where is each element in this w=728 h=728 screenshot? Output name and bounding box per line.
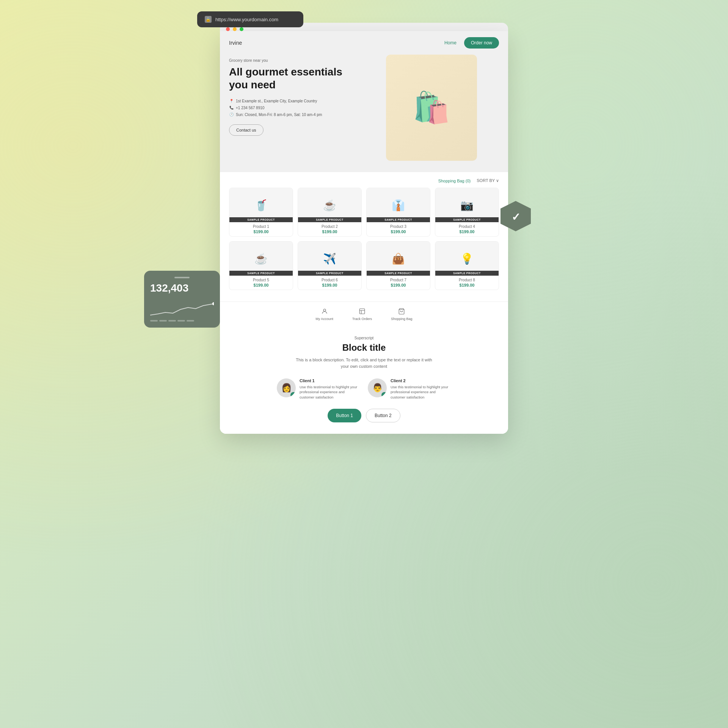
product-emoji: ✈️ — [323, 253, 336, 265]
bottom-nav-label: Track Orders — [352, 317, 372, 321]
stats-number: 132,403 — [150, 282, 214, 294]
product-card[interactable]: ☕ SAMPLE PRODUCT Product 5 $199.00 — [229, 241, 293, 290]
product-price: $199.00 — [301, 229, 358, 234]
product-name: Product 4 — [438, 224, 496, 229]
svg-point-1 — [323, 309, 326, 311]
nav-home-link[interactable]: Home — [444, 40, 457, 46]
quote-icon: " — [381, 392, 387, 397]
order-now-button[interactable]: Order now — [464, 37, 499, 49]
hero-address: 📍 1st Example st., Example City, Example… — [229, 99, 364, 103]
product-image: 👔 SAMPLE PRODUCT — [367, 188, 430, 222]
products-section: Shopping Bag (0) SORT BY ∨ 🥤 SAMPLE PROD… — [220, 172, 508, 301]
product-name: Product 6 — [301, 278, 358, 282]
stats-chart — [150, 298, 214, 317]
product-card[interactable]: 👜 SAMPLE PRODUCT Product 7 $199.00 — [366, 241, 430, 290]
product-info: Product 5 $199.00 — [229, 276, 293, 290]
product-emoji: 💡 — [460, 253, 474, 265]
block-section: Superscript Block title This is a block … — [220, 325, 508, 434]
testimonial-content: Client 1 Use this testimonial to highlig… — [300, 378, 360, 400]
product-card[interactable]: ☕ SAMPLE PRODUCT Product 2 $199.00 — [298, 188, 362, 237]
address-text: 1st Example st., Example City, Example C… — [236, 99, 317, 103]
bottom-nav-label: Shopping Bag — [391, 317, 413, 321]
site-logo: Irvine — [229, 40, 242, 46]
lock-icon: 🔒 — [205, 16, 212, 23]
phone-icon: 📞 — [229, 105, 234, 110]
testimonial-text: Use this testimonial to highlight your p… — [391, 384, 451, 400]
product-image: 🥤 SAMPLE PRODUCT — [229, 188, 293, 222]
button-1[interactable]: Button 1 — [328, 409, 361, 422]
testimonial-name: Client 2 — [391, 378, 451, 383]
products-grid: 🥤 SAMPLE PRODUCT Product 1 $199.00 ☕ SAM… — [229, 188, 499, 290]
product-name: Product 3 — [370, 224, 427, 229]
phone-text: +1 234 567 8910 — [236, 106, 264, 110]
svg-point-0 — [212, 302, 214, 305]
button-2[interactable]: Button 2 — [366, 409, 400, 422]
hero-text: Grocery store near you All gourmet essen… — [229, 55, 364, 161]
block-description: This is a block description. To edit, cl… — [292, 357, 436, 369]
product-sample-label: SAMPLE PRODUCT — [435, 217, 499, 222]
testimonial-card: 👨 " Client 2 Use this testimonial to hig… — [368, 378, 451, 400]
bottom-nav-account[interactable]: My Account — [315, 307, 333, 321]
browser-close-dot[interactable] — [226, 27, 230, 31]
block-title: Block title — [229, 342, 499, 353]
stats-dots — [150, 320, 214, 322]
products-header: Shopping Bag (0) SORT BY ∨ — [229, 178, 499, 183]
product-sample-label: SAMPLE PRODUCT — [229, 217, 293, 222]
hero-body: Grocery store near you All gourmet essen… — [220, 55, 508, 172]
product-info: Product 2 $199.00 — [298, 222, 361, 236]
testimonial-name: Client 1 — [300, 378, 360, 383]
product-card[interactable]: 🥤 SAMPLE PRODUCT Product 1 $199.00 — [229, 188, 293, 237]
product-name: Product 5 — [232, 278, 290, 282]
product-emoji: 📷 — [460, 199, 474, 212]
product-emoji: 👔 — [392, 199, 405, 212]
product-emoji: 🥤 — [254, 199, 268, 212]
testimonial-avatar: 👨 " — [368, 378, 387, 397]
product-price: $199.00 — [438, 283, 496, 287]
product-sample-label: SAMPLE PRODUCT — [298, 271, 361, 276]
product-sample-label: SAMPLE PRODUCT — [229, 271, 293, 276]
stats-card: 132,403 — [144, 271, 220, 328]
product-image: ☕ SAMPLE PRODUCT — [298, 188, 361, 222]
shopping-bag-link[interactable]: Shopping Bag (0) — [438, 179, 471, 183]
sort-label[interactable]: SORT BY ∨ — [477, 178, 499, 183]
product-info: Product 1 $199.00 — [229, 222, 293, 236]
bottom-nav-label: My Account — [315, 317, 333, 321]
account-icon — [320, 307, 329, 315]
browser-minimize-dot[interactable] — [233, 27, 237, 31]
bottom-nav: My Account Track Orders Shopping Bag — [220, 301, 508, 325]
browser-content: Irvine Home Order now Grocery store near… — [220, 31, 508, 434]
product-card[interactable]: 📷 SAMPLE PRODUCT Product 4 $199.00 — [435, 188, 499, 237]
product-card[interactable]: 💡 SAMPLE PRODUCT Product 8 $199.00 — [435, 241, 499, 290]
testimonial-text: Use this testimonial to highlight your p… — [300, 384, 360, 400]
hero-hours: 🕐 Sun: Closed, Mon-Fri: 8 am-6 pm, Sat: … — [229, 112, 364, 117]
block-buttons: Button 1 Button 2 — [229, 409, 499, 422]
hero-image — [364, 55, 499, 161]
product-price: $199.00 — [370, 283, 427, 287]
url-bar[interactable]: 🔒 https://www.yourdomain.com — [197, 11, 303, 27]
hero-nav: Irvine Home Order now — [220, 31, 508, 55]
hero-superscript: Grocery store near you — [229, 58, 364, 63]
testimonials: 👩 " Client 1 Use this testimonial to hig… — [229, 378, 499, 400]
contact-us-button[interactable]: Contact us — [229, 124, 264, 136]
product-card[interactable]: 👔 SAMPLE PRODUCT Product 3 $199.00 — [366, 188, 430, 237]
hero-title: All gourmet essentials you need — [229, 66, 364, 91]
product-image: 👜 SAMPLE PRODUCT — [367, 242, 430, 276]
hero-bag-visual — [386, 55, 477, 161]
product-name: Product 2 — [301, 224, 358, 229]
product-sample-label: SAMPLE PRODUCT — [435, 271, 499, 276]
product-info: Product 6 $199.00 — [298, 276, 361, 290]
bottom-nav-track[interactable]: Track Orders — [352, 307, 372, 321]
product-sample-label: SAMPLE PRODUCT — [367, 271, 430, 276]
bottom-nav-bag[interactable]: Shopping Bag — [391, 307, 413, 321]
product-price: $199.00 — [232, 229, 290, 234]
product-name: Product 8 — [438, 278, 496, 282]
quote-icon: " — [290, 392, 296, 397]
product-card[interactable]: ✈️ SAMPLE PRODUCT Product 6 $199.00 — [298, 241, 362, 290]
browser-maximize-dot[interactable] — [240, 27, 243, 31]
product-info: Product 8 $199.00 — [435, 276, 499, 290]
product-info: Product 3 $199.00 — [367, 222, 430, 236]
product-image: ✈️ SAMPLE PRODUCT — [298, 242, 361, 276]
product-image: 📷 SAMPLE PRODUCT — [435, 188, 499, 222]
product-info: Product 4 $199.00 — [435, 222, 499, 236]
url-text: https://www.yourdomain.com — [215, 17, 278, 22]
